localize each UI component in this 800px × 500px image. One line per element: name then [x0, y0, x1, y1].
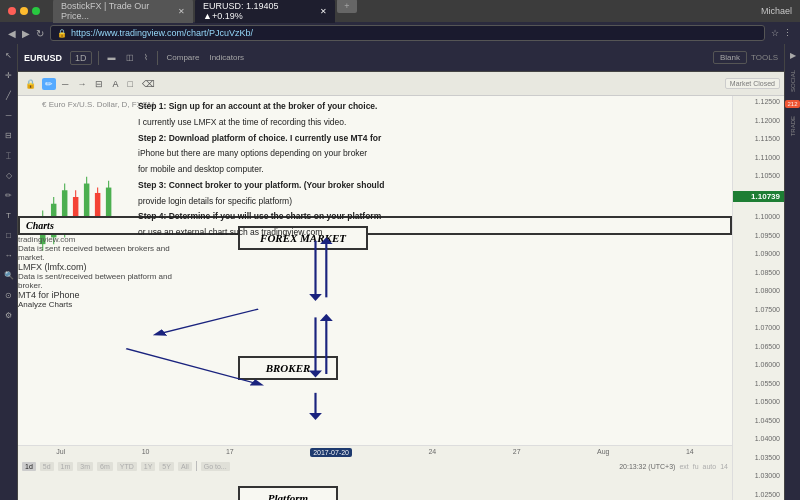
back-button[interactable]: ◀	[8, 28, 16, 39]
tools-label: TOOLS	[751, 53, 778, 62]
browser-tabs: BostickFX | Trade Our Price... ✕ EURUSD:…	[53, 0, 756, 23]
minimize-dot[interactable]	[20, 7, 28, 15]
text-tool[interactable]: T	[2, 208, 16, 222]
rs-arrow[interactable]: ▶	[786, 48, 800, 62]
user-label: Michael	[761, 6, 792, 16]
step1b-text: I currently use LMFX at the time of reco…	[138, 117, 346, 127]
bar-chart-btn[interactable]: ▬	[105, 52, 119, 63]
price-21: 1.02500	[733, 491, 784, 498]
chart-container: EURUSD 1D ▬ ◫ ⌇ Compare Indicators Blank…	[18, 44, 784, 500]
price-14: 14	[720, 463, 728, 470]
lmfx-text: LMFX (lmfx.com)	[18, 262, 87, 272]
cursor-tool[interactable]: ↖	[2, 48, 16, 62]
line-tool[interactable]: ╱	[2, 88, 16, 102]
tradingview-text: tradingview.com	[18, 235, 75, 244]
magnet-tool[interactable]: ⊙	[2, 288, 16, 302]
brush-tool[interactable]: ✏	[2, 188, 16, 202]
tb-all[interactable]: All	[178, 462, 192, 471]
refresh-button[interactable]: ↻	[36, 28, 44, 39]
line-btn[interactable]: ⌇	[141, 52, 151, 63]
tb-1y[interactable]: 1Y	[141, 462, 156, 471]
fib-tool[interactable]: ⌶	[2, 148, 16, 162]
text-draw-btn[interactable]: A	[109, 78, 121, 90]
platform-box: Platform	[238, 486, 338, 500]
chart-toolbar: EURUSD 1D ▬ ◫ ⌇ Compare Indicators Blank…	[18, 44, 784, 72]
indicators-btn[interactable]: Indicators	[206, 52, 247, 63]
window-controls	[8, 7, 40, 15]
tb-5d[interactable]: 5d	[40, 462, 54, 471]
crosshair-tool[interactable]: ✛	[2, 68, 16, 82]
step4b-text: or use an external chart such as trading…	[138, 227, 322, 237]
price-9: 1.08500	[733, 269, 784, 276]
blank-btn[interactable]: Blank	[713, 51, 747, 64]
flow-diagram: FOREX MARKET BROKER Platform Charts trad…	[18, 216, 732, 440]
parallel-channel-tool[interactable]: ⊟	[2, 128, 16, 142]
close-dot[interactable]	[8, 7, 16, 15]
measure-tool[interactable]: ↔	[2, 248, 16, 262]
tab-close-active[interactable]: ✕	[320, 7, 327, 16]
trade-badge: 212	[785, 100, 799, 108]
tb-5y[interactable]: 5Y	[159, 462, 174, 471]
pattern-tool[interactable]: ◇	[2, 168, 16, 182]
forward-button[interactable]: ▶	[22, 28, 30, 39]
step4-text: Step 4: Determine if you will use the ch…	[138, 211, 381, 221]
compare-btn[interactable]: Compare	[164, 52, 203, 63]
step3: Step 3: Connect broker to your platform.…	[138, 179, 724, 192]
data-platform-label: Data is sent/received between platform a…	[18, 272, 178, 290]
step1-text: Step 1: Sign up for an account at the br…	[138, 101, 377, 111]
price-17: 1.04500	[733, 417, 784, 424]
price-19: 1.03500	[733, 454, 784, 461]
time-jul: Jul	[56, 448, 65, 457]
left-sidebar-tools: ↖ ✛ ╱ ─ ⊟ ⌶ ◇ ✏ T □ ↔ 🔍 ⊙ ⚙	[0, 44, 18, 500]
candle-btn[interactable]: ◫	[123, 52, 137, 63]
price-10: 1.08000	[733, 287, 784, 294]
url-box[interactable]: 🔒 https://www.tradingview.com/chart/PJcu…	[50, 25, 765, 41]
line-draw-btn[interactable]: ─	[59, 78, 71, 90]
price-12: 1.07000	[733, 324, 784, 331]
tab-close[interactable]: ✕	[178, 7, 185, 16]
pencil-draw-btn[interactable]: ✏	[42, 78, 56, 90]
tb-ytd[interactable]: YTD	[117, 462, 137, 471]
tb-3m[interactable]: 3m	[77, 462, 93, 471]
tb-1d[interactable]: 1d	[22, 462, 36, 471]
auto-label: auto	[703, 463, 717, 470]
shape-tool[interactable]: □	[2, 228, 16, 242]
tb-6m[interactable]: 6m	[97, 462, 113, 471]
hline-draw-btn[interactable]: ⊟	[92, 78, 106, 90]
menu-button[interactable]: ⋮	[783, 28, 792, 38]
tb-sep	[196, 461, 197, 471]
price-1: 1.12500	[733, 98, 784, 105]
goto-btn[interactable]: Go to...	[201, 462, 230, 471]
price-current: 1.10739	[733, 191, 784, 202]
bookmark-button[interactable]: ☆	[771, 28, 779, 38]
price-16: 1.05000	[733, 398, 784, 405]
step2b-text: iPhone but there are many options depend…	[138, 148, 367, 158]
eraser-draw-btn[interactable]: ⌫	[139, 78, 158, 90]
time-bottom-bar: 1d 5d 1m 3m 6m YTD 1Y 5Y All Go to... 20…	[18, 459, 732, 473]
timeframe-selector[interactable]: 1D	[70, 51, 92, 65]
platform-label: Platform	[268, 492, 308, 500]
price-15: 1.05500	[733, 380, 784, 387]
address-bar: ◀ ▶ ↻ 🔒 https://www.tradingview.com/char…	[0, 22, 800, 44]
data-broker-text: Data is sent received between brokers an…	[18, 244, 170, 262]
lock-icon: 🔒	[57, 29, 67, 38]
horizontal-line-tool[interactable]: ─	[2, 108, 16, 122]
analyze-label: Analyze Charts	[18, 300, 732, 309]
step4b: or use an external chart such as trading…	[138, 226, 724, 239]
chart-content[interactable]: 1.12500 1.12000 1.11500 1.11000 1.10500 …	[18, 96, 784, 500]
settings-tool[interactable]: ⚙	[2, 308, 16, 322]
market-closed-badge: Market Closed	[725, 78, 780, 89]
zoom-tool[interactable]: 🔍	[2, 268, 16, 282]
maximize-dot[interactable]	[32, 7, 40, 15]
price-14: 1.06000	[733, 361, 784, 368]
tb-1m[interactable]: 1m	[58, 462, 74, 471]
broker-box: BROKER	[238, 356, 338, 380]
tab-bostickfx[interactable]: BostickFX | Trade Our Price... ✕	[53, 0, 193, 23]
new-tab-button[interactable]: +	[337, 0, 357, 13]
shape-draw-btn[interactable]: □	[124, 78, 135, 90]
step2-text: Step 2: Download platform of choice. I c…	[138, 133, 381, 143]
arrow-draw-btn[interactable]: →	[74, 78, 89, 90]
step3b: provide login details for specific platf…	[138, 195, 724, 208]
lock-draw-btn[interactable]: 🔒	[22, 78, 39, 90]
tab-eurusd[interactable]: EURUSD: 1.19405 ▲+0.19% ✕	[195, 0, 335, 23]
